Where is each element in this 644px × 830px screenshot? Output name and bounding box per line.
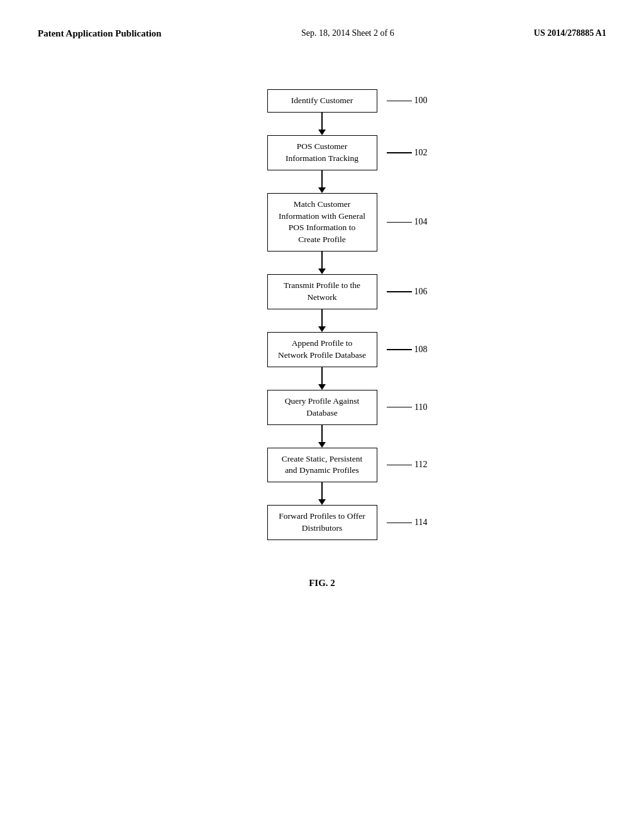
flow-row-step-106: Transmit Profile to the Network106 xyxy=(267,274,377,309)
flow-row-step-110: Query Profile Against Database110 xyxy=(267,390,377,425)
flowbox-step-114: Forward Profiles to Offer Distributors xyxy=(267,505,377,540)
flowbox-step-108: Append Profile to Network Profile Databa… xyxy=(267,332,377,367)
step-ref-step-108: 108 xyxy=(414,345,428,355)
label-line-step-108: 108 xyxy=(387,345,428,355)
label-line-step-104: 104 xyxy=(387,217,428,227)
arrow-1 xyxy=(318,170,326,193)
header-left: Patent Application Publication xyxy=(38,28,162,39)
flow-row-step-104: Match Customer Information with General … xyxy=(267,193,377,252)
arrow-4 xyxy=(318,367,326,390)
flow-row-step-102: POS Customer Information Tracking102 xyxy=(267,135,377,170)
step-ref-step-102: 102 xyxy=(414,148,428,158)
flow-row-step-108: Append Profile to Network Profile Databa… xyxy=(267,332,377,367)
header-right: US 2014/278885 A1 xyxy=(534,28,606,38)
figure-label: FIG. 2 xyxy=(0,578,644,589)
flow-row-step-112: Create Static, Persistent and Dynamic Pr… xyxy=(267,448,377,483)
page-header: Patent Application Publication Sep. 18, … xyxy=(0,0,644,52)
step-ref-step-100: 100 xyxy=(414,96,428,106)
step-ref-step-104: 104 xyxy=(414,217,428,227)
label-line-step-102: 102 xyxy=(387,148,428,158)
arrow-5 xyxy=(318,425,326,448)
arrow-6 xyxy=(318,482,326,505)
flowchart: Identify Customer100POS Customer Informa… xyxy=(267,89,377,540)
label-line-step-110: 110 xyxy=(387,402,427,412)
step-ref-step-112: 112 xyxy=(414,460,427,470)
flow-row-step-100: Identify Customer100 xyxy=(267,89,377,113)
flowbox-step-102: POS Customer Information Tracking xyxy=(267,135,377,170)
step-ref-step-106: 106 xyxy=(414,287,428,297)
label-line-step-100: 100 xyxy=(387,96,428,106)
flowbox-step-110: Query Profile Against Database xyxy=(267,390,377,425)
step-ref-step-110: 110 xyxy=(414,402,427,412)
flowbox-step-112: Create Static, Persistent and Dynamic Pr… xyxy=(267,448,377,483)
flow-row-step-114: Forward Profiles to Offer Distributors11… xyxy=(267,505,377,540)
label-line-step-114: 114 xyxy=(387,517,427,528)
arrow-2 xyxy=(318,252,326,274)
flowbox-step-104: Match Customer Information with General … xyxy=(267,193,377,252)
diagram-container: Identify Customer100POS Customer Informa… xyxy=(0,89,644,540)
label-line-step-106: 106 xyxy=(387,287,428,297)
header-center: Sep. 18, 2014 Sheet 2 of 6 xyxy=(301,28,394,38)
flowbox-step-106: Transmit Profile to the Network xyxy=(267,274,377,309)
label-line-step-112: 112 xyxy=(387,460,427,470)
flowbox-step-100: Identify Customer xyxy=(267,89,377,113)
arrow-0 xyxy=(318,113,326,135)
step-ref-step-114: 114 xyxy=(414,517,427,528)
arrow-3 xyxy=(318,309,326,332)
